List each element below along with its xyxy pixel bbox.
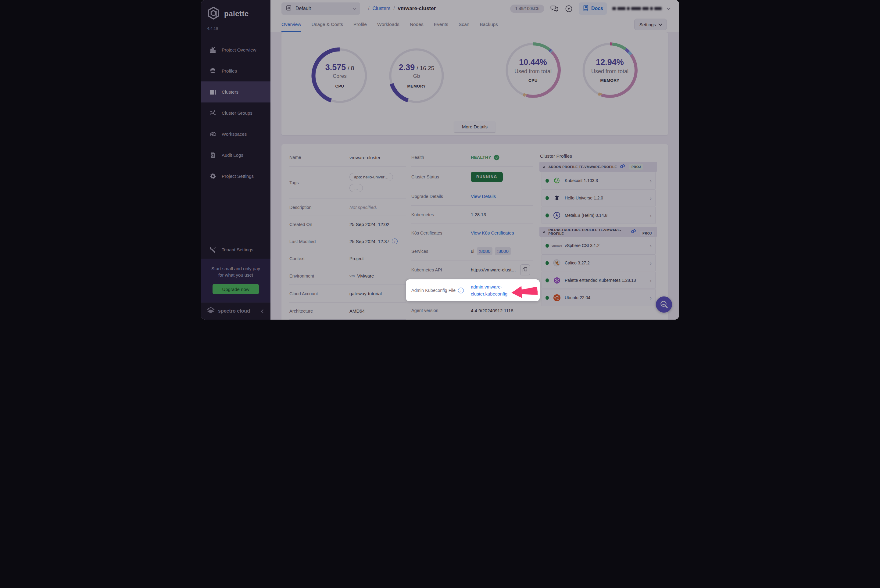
tools-icon: [210, 246, 216, 253]
profile-layer-name: Palette eXtended Kubernetes 1.28.13: [565, 278, 646, 283]
profile-layer-palette-extended-kubernetes[interactable]: Palette eXtended Kubernetes 1.28.13 ›: [541, 272, 655, 289]
detail-row-upgrade-details: Upgrade Details View Details: [411, 187, 533, 206]
profile-layer-vsphere-csi[interactable]: vmware vSphere CSI 3.1.2 ›: [541, 237, 655, 254]
profile-layer-hello-universe[interactable]: Hello Universe 1.2.0 ›: [541, 189, 655, 207]
service-port-link-3000[interactable]: :3000: [495, 248, 511, 255]
view-details-link[interactable]: View Details: [471, 194, 496, 199]
detail-row-k8s-certificates: K8s Certificates View K8s Certificates: [411, 224, 533, 242]
memory-total-value: / 16.25: [417, 65, 434, 72]
sidebar-logo-block: palette 4.4.19: [201, 0, 270, 31]
info-icon[interactable]: i: [458, 288, 464, 293]
user-menu-chevron-icon[interactable]: [667, 6, 670, 10]
cluster-details-card: Name vmware-cluster Tags app: hello-univ…: [282, 144, 668, 320]
detail-row-kubernetes-api: Kubernetes API https://vmware-clust…: [411, 261, 533, 279]
cpu-total-donut: 10.44% Used from total CPU: [504, 41, 562, 99]
sidebar-item-label: Project Settings: [222, 174, 254, 179]
tab-backups[interactable]: Backups: [480, 17, 498, 32]
chevron-right-icon: ›: [650, 195, 652, 201]
user-account-redacted[interactable]: [612, 7, 662, 10]
compass-icon[interactable]: [564, 4, 574, 13]
info-icon[interactable]: i: [392, 238, 397, 244]
tab-scan[interactable]: Scan: [459, 17, 469, 32]
profile-layer-name: Kubecost 1.103.3: [565, 178, 646, 183]
upgrade-now-button[interactable]: Upgrade now: [213, 284, 259, 294]
sidebar-item-label: Profiles: [222, 68, 237, 74]
detail-row-created-on: Created On 25 Sep 2024, 12:02: [289, 216, 406, 233]
project-selector-dropdown[interactable]: Default: [282, 3, 360, 15]
detail-label: Architecture: [289, 309, 349, 314]
chevron-right-icon: ›: [650, 243, 652, 249]
chevron-down-icon: [658, 22, 662, 26]
architecture-value: AMD64: [349, 308, 365, 314]
sidebar-item-cluster-groups[interactable]: Cluster Groups: [201, 102, 270, 123]
sidebar-item-project-overview[interactable]: Project Overview: [201, 39, 270, 60]
profile-layer-kubecost[interactable]: Kubecost 1.103.3 ›: [541, 172, 655, 189]
detail-label: Cluster Status: [411, 174, 471, 179]
kubernetes-version-value: 1.28.13: [471, 212, 486, 217]
docs-button[interactable]: Docs: [579, 3, 607, 15]
sidebar-item-profiles[interactable]: Profiles: [201, 60, 270, 81]
detail-label: Upgrade Details: [411, 194, 471, 199]
sidebar-item-audit-logs[interactable]: Audit Logs: [201, 144, 270, 166]
memory-used-value: 2.39: [399, 63, 415, 72]
profile-layer-ubuntu[interactable]: Ubuntu 22.04 ›: [541, 289, 655, 306]
book-icon: [583, 4, 589, 12]
project-icon: [286, 5, 292, 12]
profile-layer-name: vSphere CSI 3.1.2: [565, 243, 646, 248]
project-selector-value: Default: [295, 6, 349, 11]
tab-usage-costs[interactable]: Usage & Costs: [312, 17, 343, 32]
profile-layer-metallb[interactable]: MetalLB (Helm) 0.14.8 ›: [541, 207, 655, 224]
infrastructure-profile-group-header[interactable]: ∨ INFRASTRUCTURE PROFILE TF-VMWARE-PROFI…: [540, 227, 657, 237]
tab-workloads[interactable]: Workloads: [377, 17, 399, 32]
palette-app-window: palette 4.4.19 Project Overview Profiles…: [201, 0, 679, 320]
tab-events[interactable]: Events: [434, 17, 448, 32]
memory-percent-sublabel: Used from total: [591, 68, 628, 75]
content-area: 3.575/ 8 Cores CPU 2.39/ 16.25 Gb MEMORY: [270, 32, 679, 320]
tag-pill[interactable]: app: hello-univer…: [349, 173, 393, 181]
details-left-column: Name vmware-cluster Tags app: hello-univ…: [289, 144, 406, 320]
tag-overflow-pill[interactable]: …: [349, 184, 363, 192]
detail-label: Environment: [289, 274, 349, 279]
chevron-right-icon: ›: [650, 213, 652, 218]
sidebar-item-project-settings[interactable]: Project Settings: [201, 166, 270, 187]
detail-row-cluster-status: Cluster Status RUNNING: [411, 166, 533, 187]
orbit-icon: [210, 131, 216, 138]
settings-button[interactable]: Settings: [634, 19, 667, 30]
admin-kubeconfig-download-link[interactable]: admin.vmware-cluster.kubeconfig: [471, 284, 507, 298]
chat-icon[interactable]: [550, 4, 559, 13]
addon-profile-group-header[interactable]: ∨ ADDON PROFILE TF-VMWARE-PROFILE PROJ: [540, 162, 657, 172]
chevron-right-icon: ›: [650, 178, 652, 184]
breadcrumb-link-clusters[interactable]: Clusters: [372, 6, 390, 11]
status-dot-green: [546, 296, 549, 300]
detail-row-name: Name vmware-cluster: [289, 144, 406, 166]
description-value: Not specified.: [349, 205, 377, 210]
status-dot-green: [546, 179, 549, 183]
cluster-profiles-panel: Cluster Profiles ∨ ADDON PROFILE TF-VMWA…: [540, 144, 657, 320]
sidebar-item-tenant-settings[interactable]: Tenant Settings: [201, 241, 270, 259]
sidebar-item-clusters[interactable]: Clusters: [201, 81, 270, 102]
view-k8s-certificates-link[interactable]: View K8s Certificates: [471, 230, 514, 236]
context-value: Project: [349, 256, 364, 261]
tab-nodes[interactable]: Nodes: [410, 17, 424, 32]
breadcrumb: / Clusters / vmware-cluster: [368, 6, 436, 12]
profile-layer-calico[interactable]: Calico 3.27.2 ›: [541, 254, 655, 272]
search-fab-button[interactable]: [656, 297, 672, 313]
tab-overview[interactable]: Overview: [282, 17, 301, 32]
detail-label: K8s Certificates: [411, 231, 471, 236]
detail-row-tags: Tags app: hello-univer… …: [289, 166, 406, 199]
detail-label: Kubernetes: [411, 212, 471, 217]
collapse-sidebar-icon[interactable]: [261, 309, 265, 313]
cpu-percent-value: 10.44%: [519, 58, 547, 67]
detail-row-cloud-account: Cloud Account gateway-tutorial: [289, 285, 406, 303]
copy-button[interactable]: [520, 264, 530, 275]
service-port-link-8080[interactable]: :8080: [477, 248, 493, 255]
chevron-down-icon: ∨: [542, 230, 546, 234]
memory-total-donut: 12.94% Used from total MEMORY: [581, 41, 639, 99]
cluster-name-value: vmware-cluster: [349, 155, 381, 160]
app-title: palette: [224, 9, 249, 18]
tab-profile[interactable]: Profile: [354, 17, 367, 32]
sidebar-item-workspaces[interactable]: Workspaces: [201, 123, 270, 144]
more-details-button[interactable]: More Details: [454, 122, 496, 133]
sidebar: palette 4.4.19 Project Overview Profiles…: [201, 0, 270, 320]
status-dot-green: [546, 244, 549, 248]
